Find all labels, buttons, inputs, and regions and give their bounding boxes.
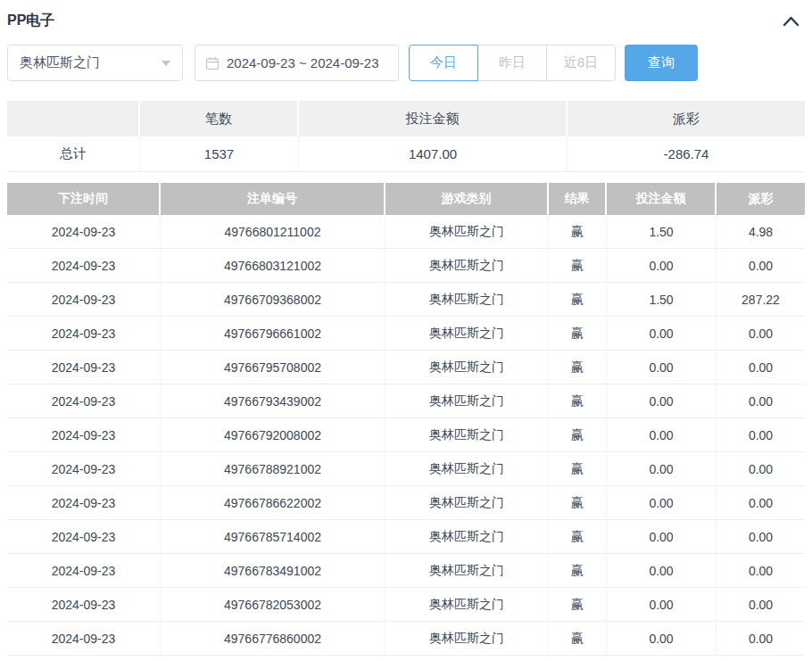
cell-order-id: 49766783491002 xyxy=(161,554,385,588)
cell-payout: 0.00 xyxy=(717,520,805,554)
query-button[interactable]: 查询 xyxy=(625,45,698,81)
cell-bet-amount: 0.00 xyxy=(607,384,717,418)
cell-bet-time: 2024-09-23 xyxy=(7,418,161,452)
table-row: 2024-09-2349766785714002奥林匹斯之门赢0.000.00 xyxy=(7,520,805,554)
table-row: 2024-09-2349766788921002奥林匹斯之门赢0.000.00 xyxy=(7,452,805,486)
cell-bet-time: 2024-09-23 xyxy=(7,317,161,351)
cell-order-id: 49766788921002 xyxy=(161,452,385,486)
cell-result: 赢 xyxy=(549,622,607,656)
cell-result: 赢 xyxy=(549,418,607,452)
cell-payout: 0.00 xyxy=(717,622,805,656)
cell-game-type: 奥林匹斯之门 xyxy=(385,351,549,384)
cell-order-id: 49766709368002 xyxy=(161,283,385,317)
cell-order-id: 49766786622002 xyxy=(161,486,385,520)
table-row: 2024-09-2349766786622002奥林匹斯之门赢0.000.00 xyxy=(7,486,805,520)
collapse-button[interactable] xyxy=(779,14,803,29)
date-quick-buttons: 今日 昨日 近8日 xyxy=(409,45,616,81)
cell-bet-time: 2024-09-23 xyxy=(7,588,161,622)
table-row: 2024-09-2349766782053002奥林匹斯之门赢0.000.00 xyxy=(7,588,805,622)
summary-total-count: 1537 xyxy=(140,136,299,172)
cell-game-type: 奥林匹斯之门 xyxy=(385,588,549,622)
cell-bet-amount: 0.00 xyxy=(607,452,717,486)
cell-bet-time: 2024-09-23 xyxy=(7,215,161,249)
cell-payout: 0.00 xyxy=(717,418,805,452)
cell-payout: 4.98 xyxy=(717,215,805,249)
table-row: 2024-09-2349766793439002奥林匹斯之门赢0.000.00 xyxy=(7,384,805,418)
cell-bet-amount: 0.00 xyxy=(607,486,717,520)
summary-total-row: 总计 1537 1407.00 -286.74 xyxy=(7,136,805,172)
cell-payout: 0.00 xyxy=(717,486,805,520)
header-result: 结果 xyxy=(549,183,607,215)
cell-payout: 0.00 xyxy=(717,452,805,486)
cell-payout: 0.00 xyxy=(717,317,805,351)
cell-payout: 0.00 xyxy=(717,554,805,588)
cell-result: 赢 xyxy=(549,351,607,384)
cell-order-id: 49766782053002 xyxy=(161,588,385,622)
cell-order-id: 49766793439002 xyxy=(161,384,385,418)
date-range-input[interactable]: 2024-09-23 ~ 2024-09-23 xyxy=(195,45,399,81)
table-row: 2024-09-2349766709368002奥林匹斯之门赢1.50287.2… xyxy=(7,283,805,317)
cell-game-type: 奥林匹斯之门 xyxy=(385,520,549,554)
cell-game-type: 奥林匹斯之门 xyxy=(385,452,549,486)
cell-order-id: 49766795708002 xyxy=(161,351,385,384)
last-8-days-button[interactable]: 近8日 xyxy=(546,45,616,81)
cell-bet-time: 2024-09-23 xyxy=(7,486,161,520)
table-row: 2024-09-2349766776860002奥林匹斯之门赢0.000.00 xyxy=(7,622,805,656)
cell-bet-amount: 0.00 xyxy=(607,520,717,554)
cell-bet-amount: 0.00 xyxy=(607,418,717,452)
table-row: 2024-09-2349766795708002奥林匹斯之门赢0.000.00 xyxy=(7,351,805,384)
header-bet-time: 下注时间 xyxy=(7,183,161,215)
summary-header-empty xyxy=(7,101,140,136)
game-select-value: 奥林匹斯之门 xyxy=(20,54,100,71)
cell-game-type: 奥林匹斯之门 xyxy=(385,249,549,283)
cell-payout: 0.00 xyxy=(717,384,805,418)
table-row: 2024-09-2349766783491002奥林匹斯之门赢0.000.00 xyxy=(7,554,805,588)
table-row: 2024-09-2349766792008002奥林匹斯之门赢0.000.00 xyxy=(7,418,805,452)
cell-result: 赢 xyxy=(549,215,607,249)
cell-result: 赢 xyxy=(549,520,607,554)
caret-down-icon xyxy=(162,61,170,66)
cell-bet-amount: 0.00 xyxy=(607,588,717,622)
cell-bet-amount: 0.00 xyxy=(607,351,717,384)
date-range-value: 2024-09-23 ~ 2024-09-23 xyxy=(227,55,379,70)
cell-payout: 0.00 xyxy=(717,351,805,384)
cell-bet-time: 2024-09-23 xyxy=(7,452,161,486)
cell-bet-time: 2024-09-23 xyxy=(7,351,161,384)
yesterday-button[interactable]: 昨日 xyxy=(477,45,547,81)
summary-header-row: 笔数 投注金额 派彩 xyxy=(7,101,805,136)
cell-payout: 0.00 xyxy=(717,249,805,283)
cell-bet-amount: 0.00 xyxy=(607,622,717,656)
cell-payout: 0.00 xyxy=(717,588,805,622)
cell-bet-time: 2024-09-23 xyxy=(7,622,161,656)
cell-bet-amount: 1.50 xyxy=(607,215,717,249)
cell-game-type: 奥林匹斯之门 xyxy=(385,215,549,249)
summary-total-payout: -286.74 xyxy=(568,136,805,172)
header-game-type: 游戏类别 xyxy=(385,183,549,215)
summary-header-count: 笔数 xyxy=(140,101,299,136)
filter-controls: 奥林匹斯之门 2024-09-23 ~ 2024-09-23 今日 昨日 近8日… xyxy=(7,45,805,81)
pp-electronic-panel: PP电子 奥林匹斯之门 2024-09-23 ~ 2024 xyxy=(0,0,812,656)
cell-order-id: 49766796661002 xyxy=(161,317,385,351)
cell-game-type: 奥林匹斯之门 xyxy=(385,622,549,656)
cell-bet-time: 2024-09-23 xyxy=(7,384,161,418)
cell-result: 赢 xyxy=(549,554,607,588)
summary-total-bet-amount: 1407.00 xyxy=(299,136,568,172)
panel-title: PP电子 xyxy=(7,12,54,30)
cell-bet-time: 2024-09-23 xyxy=(7,283,161,317)
cell-bet-amount: 0.00 xyxy=(607,317,717,351)
summary-header-bet-amount: 投注金额 xyxy=(299,101,568,136)
calendar-icon xyxy=(205,56,220,70)
cell-result: 赢 xyxy=(549,283,607,317)
cell-order-id: 49766801211002 xyxy=(161,215,385,249)
cell-game-type: 奥林匹斯之门 xyxy=(385,486,549,520)
cell-result: 赢 xyxy=(549,452,607,486)
today-button[interactable]: 今日 xyxy=(409,45,478,81)
cell-bet-amount: 0.00 xyxy=(607,249,717,283)
cell-order-id: 49766792008002 xyxy=(161,418,385,452)
game-select[interactable]: 奥林匹斯之门 xyxy=(7,45,183,81)
cell-game-type: 奥林匹斯之门 xyxy=(385,317,549,351)
cell-order-id: 49766803121002 xyxy=(161,249,385,283)
summary-total-label: 总计 xyxy=(7,136,140,172)
bet-table-header-row: 下注时间 注单编号 游戏类别 结果 投注金额 派彩 xyxy=(7,183,805,215)
cell-order-id: 49766785714002 xyxy=(161,520,385,554)
